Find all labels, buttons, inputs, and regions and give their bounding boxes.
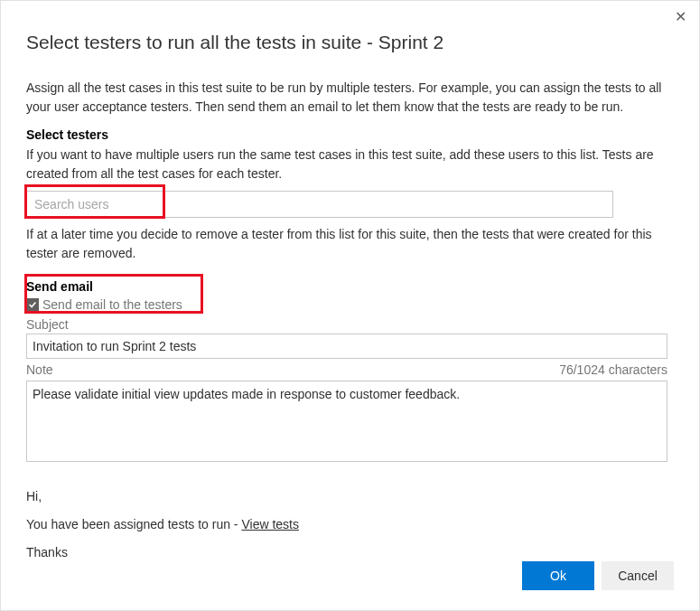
dialog-button-row: Ok Cancel (522, 561, 674, 590)
send-email-section: Send email Send email to the testers (26, 279, 674, 312)
dialog-intro: Assign all the test cases in this test s… (26, 79, 674, 117)
close-icon: ✕ (675, 9, 686, 24)
checkmark-icon (28, 300, 37, 309)
select-testers-desc: If you want to have multiple users run t… (26, 146, 674, 183)
character-count: 76/1024 characters (559, 362, 667, 379)
note-label: Note (26, 362, 53, 377)
send-email-checkbox-label: Send email to the testers (42, 297, 182, 312)
send-email-checkbox[interactable] (26, 298, 39, 311)
remove-tester-note: If at a later time you decide to remove … (26, 225, 674, 263)
ok-button[interactable]: Ok (522, 561, 594, 590)
preview-body-line: You have been assigned tests to run - Vi… (26, 511, 674, 539)
email-preview: Hi, You have been assigned tests to run … (26, 483, 674, 566)
note-label-row: Note 76/1024 characters (26, 362, 667, 379)
send-email-checkbox-row: Send email to the testers (26, 297, 674, 312)
note-textarea[interactable] (26, 381, 667, 462)
send-email-header: Send email (26, 279, 674, 294)
search-wrapper (26, 191, 674, 218)
preview-greeting: Hi, (26, 483, 674, 511)
subject-label: Subject (26, 317, 674, 332)
subject-input[interactable] (26, 334, 667, 359)
search-users-input[interactable] (26, 191, 613, 218)
close-button[interactable]: ✕ (675, 10, 686, 24)
select-testers-dialog: ✕ Select testers to run all the tests in… (1, 1, 699, 610)
dialog-title: Select testers to run all the tests in s… (26, 32, 674, 53)
view-tests-link[interactable]: View tests (241, 517, 299, 531)
select-testers-header: Select testers (26, 127, 674, 142)
cancel-button[interactable]: Cancel (602, 561, 674, 590)
preview-body-text: You have been assigned tests to run - (26, 517, 241, 531)
